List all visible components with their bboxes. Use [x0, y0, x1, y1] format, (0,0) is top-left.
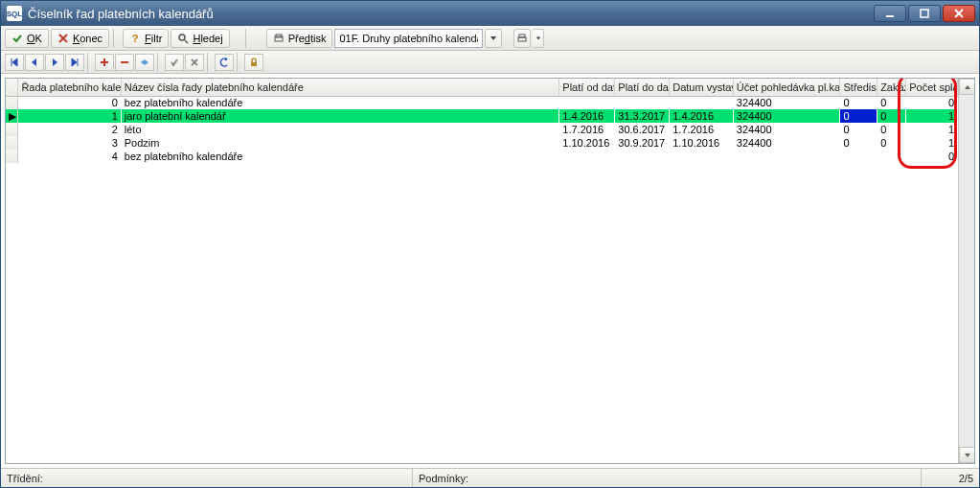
cell-name[interactable]: bez platebního kalendáře [121, 150, 559, 163]
cell-vyst[interactable] [670, 150, 734, 163]
cell-splatek[interactable]: 1 [906, 136, 958, 150]
cell-vyst[interactable]: 1.7.2016 [670, 123, 734, 136]
hledej-button[interactable]: Hledej [171, 29, 229, 48]
next-record-button[interactable] [45, 54, 64, 71]
cell-zakazka[interactable]: 0 [877, 96, 906, 109]
delete-record-button[interactable] [115, 54, 134, 71]
close-button[interactable] [943, 5, 975, 22]
col-header-ucet[interactable]: Účet pohledávka pl.kalendář [733, 79, 840, 96]
cell-ucet[interactable]: 324400 [733, 96, 840, 109]
cell-name[interactable]: jaro platební kalendář [121, 109, 559, 123]
cell-stredisko[interactable]: 0 [840, 109, 877, 123]
data-grid[interactable]: Řada platebního kalendáře Název čísla řa… [5, 78, 975, 464]
vertical-scrollbar[interactable] [958, 79, 974, 463]
table-row[interactable]: ▶1jaro platební kalendář1.4.201631.3.201… [6, 109, 958, 123]
record-nav-toolbar [1, 51, 979, 74]
table-row[interactable]: 4bez platebního kalendáře0 [6, 150, 958, 163]
col-header-stredisko[interactable]: Středisko [840, 79, 877, 96]
cell-zakazka[interactable]: 0 [877, 136, 906, 150]
cell-vyst[interactable]: 1.4.2016 [670, 109, 734, 123]
cell-ucet[interactable]: 324400 [733, 136, 840, 150]
cell-stredisko[interactable]: 0 [840, 96, 877, 109]
cell-zakazka[interactable] [877, 150, 906, 163]
cell-od[interactable] [559, 150, 615, 163]
col-header-zakazka[interactable]: Zakáz a [877, 79, 906, 96]
cell-do[interactable]: 30.9.2017 [615, 136, 670, 150]
filtr-button[interactable]: ? Filtr [123, 29, 169, 48]
status-bar: Třídění: Podmínky: 2/5 [1, 468, 979, 487]
cancel-record-button[interactable] [185, 54, 204, 71]
col-header-vyst[interactable]: Datum vystavení [670, 79, 734, 96]
cell-stredisko[interactable]: 0 [840, 123, 877, 136]
edit-record-button[interactable] [135, 54, 154, 71]
col-header-do[interactable]: Platí do data [615, 79, 670, 96]
col-header-od[interactable]: Platí od data [559, 79, 615, 96]
print-button[interactable] [513, 29, 531, 48]
cell-od[interactable]: 1.10.2016 [559, 136, 615, 150]
x-red-icon [57, 33, 69, 44]
cell-vyst[interactable]: 1.10.2016 [670, 136, 734, 150]
cell-splatek[interactable]: 1 [906, 123, 958, 136]
cell-name[interactable]: Podzim [121, 136, 559, 150]
post-record-button[interactable] [165, 54, 184, 71]
template-select[interactable] [334, 29, 483, 48]
cell-id[interactable]: 2 [18, 123, 121, 136]
cell-do[interactable] [615, 150, 670, 163]
svg-rect-1 [921, 10, 928, 17]
cell-do[interactable]: 30.6.2017 [615, 123, 670, 136]
cell-name[interactable]: bez platebního kalendáře [121, 96, 559, 109]
cell-name[interactable]: léto [121, 123, 559, 136]
svg-point-2 [179, 35, 185, 40]
table-row[interactable]: 0bez platebního kalendáře324400000 [6, 96, 958, 109]
minimize-button[interactable] [874, 5, 906, 22]
print-dropdown-button[interactable] [533, 29, 544, 48]
lock-button[interactable] [244, 54, 263, 71]
row-marker: ▶ [6, 109, 18, 123]
konec-button[interactable]: Konec [51, 29, 109, 48]
ok-button[interactable]: OOKK [5, 29, 49, 48]
app-window: SQL Číselník řad platebních kalendářů OO… [0, 0, 980, 488]
col-header-rada[interactable]: Řada platebního kalendáře [18, 79, 121, 96]
template-dropdown-button[interactable] [485, 29, 502, 48]
cell-vyst[interactable] [670, 96, 734, 109]
cell-splatek[interactable]: 1 [906, 109, 958, 123]
cell-do[interactable] [615, 96, 670, 109]
cell-stredisko[interactable] [840, 150, 877, 163]
cell-stredisko[interactable]: 0 [840, 136, 877, 150]
svg-rect-6 [518, 37, 526, 41]
check-icon [11, 33, 23, 44]
scroll-up-button[interactable] [959, 79, 975, 95]
cell-od[interactable] [559, 96, 615, 109]
cell-ucet[interactable] [733, 150, 840, 163]
cell-id[interactable]: 1 [18, 109, 121, 123]
main-toolbar: OOKK Konec ? Filtr Hledej Předtisk [1, 26, 979, 51]
table-row[interactable]: 2léto1.7.201630.6.20171.7.2016324400001 [6, 123, 958, 136]
predtisk-button[interactable]: Předtisk [266, 29, 333, 48]
window-title: Číselník řad platebních kalendářů [28, 7, 214, 21]
cell-id[interactable]: 0 [18, 96, 121, 109]
cell-splatek[interactable]: 0 [906, 96, 958, 109]
last-record-button[interactable] [65, 54, 84, 71]
cell-ucet[interactable]: 324400 [733, 109, 840, 123]
search-icon [177, 33, 189, 44]
cell-ucet[interactable]: 324400 [733, 123, 840, 136]
column-headers[interactable]: Řada platebního kalendáře Název čísla řa… [6, 79, 958, 96]
app-icon: SQL [7, 6, 22, 21]
cell-id[interactable]: 4 [18, 150, 121, 163]
col-header-splatek[interactable]: Počet splátek [906, 79, 958, 96]
col-header-nazev[interactable]: Název čísla řady platebního kalendáře [121, 79, 559, 96]
first-record-button[interactable] [5, 54, 24, 71]
maximize-button[interactable] [908, 5, 941, 22]
cell-od[interactable]: 1.4.2016 [559, 109, 615, 123]
cell-od[interactable]: 1.7.2016 [559, 123, 615, 136]
cell-splatek[interactable]: 0 [906, 150, 958, 163]
prev-record-button[interactable] [25, 54, 44, 71]
cell-id[interactable]: 3 [18, 136, 121, 150]
refresh-button[interactable] [215, 54, 234, 71]
scroll-down-button[interactable] [959, 447, 975, 463]
table-row[interactable]: 3Podzim1.10.201630.9.20171.10.2016324400… [6, 136, 958, 150]
insert-record-button[interactable] [95, 54, 114, 71]
cell-zakazka[interactable]: 0 [877, 123, 906, 136]
cell-zakazka[interactable]: 0 [877, 109, 906, 123]
cell-do[interactable]: 31.3.2017 [615, 109, 670, 123]
